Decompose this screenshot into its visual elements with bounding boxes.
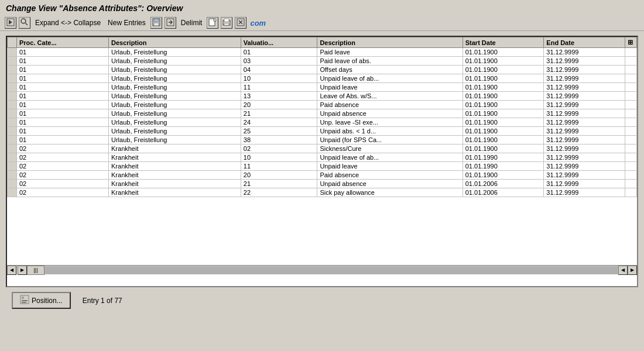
cell-end-date: 31.12.9999 <box>544 48 625 57</box>
cell-end-date: 31.12.9999 <box>544 171 625 180</box>
svg-rect-18 <box>22 300 28 301</box>
cell-end-date: 31.12.9999 <box>544 188 625 197</box>
cell-end-date: 31.12.9999 <box>544 127 625 136</box>
cell-empty <box>625 118 637 127</box>
cell-description1: Urlaub, Freistellung <box>109 136 241 144</box>
cell-description2: Unpaid leave <box>317 162 463 171</box>
cell-start-date: 01.01.1900 <box>463 48 544 57</box>
table-row[interactable]: 01Urlaub, Freistellung21Unpaid absence01… <box>8 109 637 118</box>
cell-end-date: 31.12.9999 <box>544 92 625 101</box>
export-icon[interactable] <box>165 17 176 29</box>
local-file-icon[interactable] <box>207 17 218 29</box>
svg-rect-9 <box>214 19 216 21</box>
cell-empty <box>625 101 637 109</box>
cell-proc-cate: 02 <box>17 153 109 162</box>
cell-empty <box>625 153 637 162</box>
svg-rect-4 <box>154 19 159 22</box>
table-row[interactable]: 01Urlaub, Freistellung01Paid leave01.01.… <box>8 48 637 57</box>
save-icon[interactable] <box>150 17 162 29</box>
table-row[interactable]: 02Krankheit21Unpaid absence01.01.200631.… <box>8 180 637 188</box>
scroll-left-end-button[interactable]: ▶ <box>628 266 637 275</box>
header-grid-icon[interactable]: ⊞ <box>625 37 637 48</box>
title-bar: Change View "Absence Attributes": Overvi… <box>0 0 644 15</box>
table-row[interactable]: 01Urlaub, Freistellung20Paid absence01.0… <box>8 101 637 109</box>
row-selector-cell <box>8 171 17 180</box>
row-selector-cell <box>8 153 17 162</box>
table-row[interactable]: 01Urlaub, Freistellung10Unpaid leave of … <box>8 74 637 83</box>
cell-description1: Urlaub, Freistellung <box>109 57 241 66</box>
cell-valuation: 11 <box>241 83 317 92</box>
cell-valuation: 03 <box>241 57 317 66</box>
table-row[interactable]: 02Krankheit10Unpaid leave of ab...01.01.… <box>8 153 637 162</box>
row-selector-cell <box>8 136 17 144</box>
position-icon <box>20 295 29 306</box>
print-icon[interactable] <box>221 17 232 29</box>
new-entries-button[interactable]: New Entries <box>105 18 148 28</box>
cell-description2: Paid leave of abs. <box>317 57 463 66</box>
table-scroll-area[interactable]: Proc. Cate... Description Valuatio... De… <box>7 37 637 265</box>
header-row-selector <box>8 37 17 48</box>
row-selector-cell <box>8 66 17 74</box>
cell-end-date: 31.12.9999 <box>544 66 625 74</box>
table-row[interactable]: 02Krankheit20Paid absence01.01.190031.12… <box>8 171 637 180</box>
cell-empty <box>625 180 637 188</box>
cell-start-date: 01.01.1900 <box>463 92 544 101</box>
cell-description1: Urlaub, Freistellung <box>109 127 241 136</box>
bottom-area: Position... Entry 1 of 77 <box>6 287 638 314</box>
header-end-date[interactable]: End Date <box>544 37 625 48</box>
cell-description1: Urlaub, Freistellung <box>109 109 241 118</box>
cell-start-date: 01.01.1900 <box>463 127 544 136</box>
cell-start-date: 01.01.1900 <box>463 74 544 83</box>
cell-empty <box>625 66 637 74</box>
cell-end-date: 31.12.9999 <box>544 83 625 92</box>
position-button[interactable]: Position... <box>12 292 71 309</box>
table-body: 01Urlaub, Freistellung01Paid leave01.01.… <box>8 48 637 197</box>
row-selector-cell <box>8 144 17 153</box>
table-row[interactable]: 02Krankheit11Unpaid leave01.01.199031.12… <box>8 162 637 171</box>
table-row[interactable]: 01Urlaub, Freistellung13Leave of Abs. w/… <box>8 92 637 101</box>
table-row[interactable]: 01Urlaub, Freistellung38Unpaid (for SPS … <box>8 136 637 144</box>
cell-valuation: 10 <box>241 153 317 162</box>
scroll-right-button[interactable]: ▶ <box>18 266 27 275</box>
cell-end-date: 31.12.9999 <box>544 144 625 153</box>
table-row[interactable]: 01Urlaub, Freistellung03Paid leave of ab… <box>8 57 637 66</box>
header-start-date[interactable]: Start Date <box>463 37 544 48</box>
row-selector-cell <box>8 118 17 127</box>
cell-valuation: 04 <box>241 66 317 74</box>
cell-end-date: 31.12.9999 <box>544 180 625 188</box>
horizontal-scrollbar[interactable]: ◀ ▶ ||| ◀ ▶ <box>7 265 637 274</box>
table-row[interactable]: 01Urlaub, Freistellung04Offset days01.01… <box>8 66 637 74</box>
cell-description1: Krankheit <box>109 153 241 162</box>
horizontal-scroll-track[interactable] <box>44 266 618 274</box>
scroll-left-button[interactable]: ◀ <box>7 266 16 275</box>
cell-start-date: 01.01.2006 <box>463 188 544 197</box>
cell-start-date: 01.01.1900 <box>463 57 544 66</box>
table-row[interactable]: 02Krankheit22Sick pay allowance01.01.200… <box>8 188 637 197</box>
cell-description1: Krankheit <box>109 188 241 197</box>
page-title: Change View "Absence Attributes": Overvi… <box>6 4 183 13</box>
table-row[interactable]: 01Urlaub, Freistellung25Unpaid abs. < 1 … <box>8 127 637 136</box>
cell-proc-cate: 01 <box>17 66 109 74</box>
cell-start-date: 01.01.1990 <box>463 162 544 171</box>
cell-start-date: 01.01.1900 <box>463 83 544 92</box>
delimit-button[interactable]: Delimit <box>179 18 205 28</box>
find-icon[interactable] <box>19 17 30 29</box>
svg-rect-12 <box>224 23 229 25</box>
header-description2[interactable]: Description <box>317 37 463 48</box>
header-proc-cate[interactable]: Proc. Cate... <box>17 37 109 48</box>
execute-icon[interactable] <box>5 17 16 29</box>
cell-proc-cate: 01 <box>17 57 109 66</box>
row-selector-cell <box>8 109 17 118</box>
expand-collapse-button[interactable]: Expand <-> Collapse <box>33 18 103 28</box>
header-valuation[interactable]: Valuatio... <box>241 37 317 48</box>
scroll-right-end-button[interactable]: ◀ <box>618 266 628 275</box>
table-row[interactable]: 01Urlaub, Freistellung11Unpaid leave01.0… <box>8 83 637 92</box>
header-description1[interactable]: Description <box>109 37 241 48</box>
cell-end-date: 31.12.9999 <box>544 74 625 83</box>
table-row[interactable]: 01Urlaub, Freistellung24Unp. leave -SI e… <box>8 118 637 127</box>
cell-valuation: 01 <box>241 48 317 57</box>
cell-description1: Krankheit <box>109 144 241 153</box>
cell-start-date: 01.01.1900 <box>463 144 544 153</box>
exit-icon[interactable] <box>235 17 246 29</box>
table-row[interactable]: 02Krankheit02Sickness/Cure01.01.190031.1… <box>8 144 637 153</box>
